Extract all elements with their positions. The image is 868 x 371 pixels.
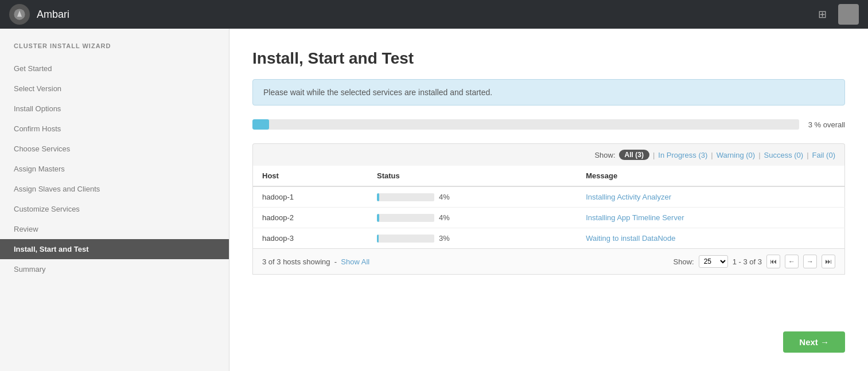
hosts-table: Host Status Message hadoop-1 4% Installi… bbox=[252, 166, 845, 249]
sidebar-item-assign-masters[interactable]: Assign Masters bbox=[0, 159, 229, 179]
table-row: hadoop-1 4% Installing Activity Analyzer bbox=[253, 186, 845, 208]
sidebar-item-select-version[interactable]: Select Version bbox=[0, 79, 229, 99]
mini-progress: 4% bbox=[377, 193, 567, 201]
page-first-button[interactable]: ⏮ bbox=[766, 255, 780, 268]
sidebar-item-customize-services[interactable]: Customize Services bbox=[0, 199, 229, 219]
col-host: Host bbox=[253, 166, 368, 186]
page-size-select[interactable]: 25 50 100 bbox=[699, 255, 728, 268]
page-last-button[interactable]: ⏭ bbox=[822, 255, 835, 268]
wizard-title: CLUSTER INSTALL WIZARD bbox=[0, 42, 229, 58]
sidebar-item-get-started[interactable]: Get Started bbox=[0, 58, 229, 79]
cell-message: Installing Activity Analyzer bbox=[577, 186, 844, 208]
table-row: hadoop-2 4% Installing App Timeline Serv… bbox=[253, 208, 845, 228]
grid-icon[interactable]: ⊞ bbox=[818, 8, 827, 21]
mini-progress-pct: 4% bbox=[439, 193, 450, 201]
info-banner: Please wait while the selected services … bbox=[252, 79, 845, 106]
app-logo bbox=[9, 4, 30, 25]
show-label-footer: Show: bbox=[674, 257, 694, 266]
col-status: Status bbox=[368, 166, 577, 186]
page-next-button[interactable]: → bbox=[803, 255, 817, 268]
cell-status: 4% bbox=[368, 186, 577, 208]
overall-progress-label: 3 % overall bbox=[808, 120, 845, 129]
page-prev-button[interactable]: ← bbox=[785, 255, 799, 268]
mini-progress-fill bbox=[377, 214, 379, 222]
main-content: Install, Start and Test Please wait whil… bbox=[229, 29, 868, 371]
filter-all-badge[interactable]: All (3) bbox=[619, 150, 649, 160]
mini-progress-fill bbox=[377, 193, 379, 201]
mini-progress-fill bbox=[377, 235, 379, 243]
overall-progress-bar bbox=[252, 119, 799, 130]
filter-bar: Show: All (3) | In Progress (3) | Warnin… bbox=[252, 143, 845, 166]
mini-progress: 4% bbox=[377, 213, 567, 222]
user-avatar[interactable] bbox=[838, 4, 859, 25]
filter-warning[interactable]: Warning (0) bbox=[717, 151, 755, 159]
filter-in-progress[interactable]: In Progress (3) bbox=[658, 151, 707, 159]
cell-message: Waiting to install DataNode bbox=[577, 228, 844, 249]
sidebar-item-choose-services[interactable]: Choose Services bbox=[0, 139, 229, 159]
mini-progress-pct: 4% bbox=[439, 213, 450, 222]
sidebar-item-summary[interactable]: Summary bbox=[0, 259, 229, 279]
show-all-link[interactable]: Show All bbox=[341, 257, 369, 266]
cell-host: hadoop-3 bbox=[253, 228, 368, 249]
sidebar-item-review[interactable]: Review bbox=[0, 219, 229, 239]
sidebar-item-confirm-hosts[interactable]: Confirm Hosts bbox=[0, 119, 229, 139]
next-button[interactable]: Next → bbox=[783, 331, 845, 353]
overall-progress-row: 3 % overall bbox=[252, 119, 845, 130]
cell-status: 3% bbox=[368, 228, 577, 249]
mini-progress-bar bbox=[377, 214, 434, 222]
cell-host: hadoop-1 bbox=[253, 186, 368, 208]
page-title: Install, Start and Test bbox=[252, 49, 845, 68]
table-row: hadoop-3 3% Waiting to install DataNode bbox=[253, 228, 845, 249]
mini-progress-bar bbox=[377, 235, 434, 243]
cell-status: 4% bbox=[368, 208, 577, 228]
pagination: Show: 25 50 100 1 - 3 of 3 ⏮ ← → ⏭ bbox=[674, 255, 835, 268]
app-title: Ambari bbox=[37, 9, 811, 21]
message-link[interactable]: Installing Activity Analyzer bbox=[586, 193, 671, 201]
sidebar-item-assign-slaves[interactable]: Assign Slaves and Clients bbox=[0, 179, 229, 199]
top-navigation: Ambari ⊞ bbox=[0, 0, 868, 29]
next-button-label: Next → bbox=[799, 337, 829, 347]
table-footer: 3 of 3 hosts showing - Show All Show: 25… bbox=[252, 249, 845, 275]
cell-host: hadoop-2 bbox=[253, 208, 368, 228]
sidebar-item-install-start-test[interactable]: Install, Start and Test bbox=[0, 239, 229, 259]
showing-count: 3 of 3 hosts showing bbox=[262, 257, 330, 266]
mini-progress: 3% bbox=[377, 234, 567, 243]
filter-success[interactable]: Success (0) bbox=[764, 151, 804, 159]
main-layout: CLUSTER INSTALL WIZARD Get Started Selec… bbox=[0, 29, 868, 371]
message-link[interactable]: Waiting to install DataNode bbox=[586, 234, 675, 243]
sidebar: CLUSTER INSTALL WIZARD Get Started Selec… bbox=[0, 29, 229, 371]
mini-progress-bar bbox=[377, 193, 434, 201]
hosts-showing-text: 3 of 3 hosts showing - Show All bbox=[262, 257, 369, 266]
mini-progress-pct: 3% bbox=[439, 234, 450, 243]
filter-fail[interactable]: Fail (0) bbox=[812, 151, 835, 159]
sidebar-item-install-options[interactable]: Install Options bbox=[0, 99, 229, 119]
message-link[interactable]: Installing App Timeline Server bbox=[586, 213, 684, 222]
overall-progress-fill bbox=[252, 119, 269, 130]
page-range-label: 1 - 3 of 3 bbox=[733, 257, 762, 266]
next-button-wrap: Next → bbox=[783, 331, 845, 353]
col-message: Message bbox=[577, 166, 844, 186]
show-label: Show: bbox=[594, 151, 615, 159]
cell-message: Installing App Timeline Server bbox=[577, 208, 844, 228]
